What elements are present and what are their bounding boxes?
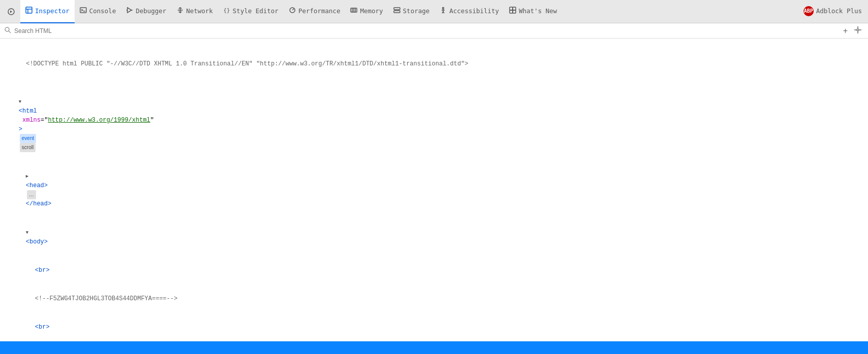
tab-storage[interactable]: Storage	[388, 0, 435, 23]
tab-whatsnew-label: What's New	[519, 7, 557, 15]
svg-line-30	[9, 31, 11, 33]
tab-network[interactable]: Network	[172, 0, 218, 23]
search-actions: +	[841, 25, 864, 37]
debugger-icon	[126, 7, 133, 15]
svg-line-13	[292, 9, 294, 10]
search-icon	[4, 26, 11, 35]
tab-adblock-label: Adblock Plus	[816, 7, 862, 15]
storage-icon	[393, 7, 400, 15]
svg-point-29	[5, 27, 9, 31]
tab-inspector-label: Inspector	[35, 7, 70, 15]
toolbar: Inspector Console Debugger	[0, 0, 868, 23]
svg-text:{}: {}	[223, 7, 230, 14]
whatsnew-icon	[509, 7, 516, 15]
html-line-body-open[interactable]: <body>	[0, 218, 868, 256]
doctype-text: <!DOCTYPE html PUBLIC "-//W3C//DTD XHTML…	[4, 60, 469, 77]
network-icon	[177, 7, 184, 15]
svg-marker-6	[127, 8, 131, 13]
html-panel: <!DOCTYPE html PUBLIC "-//W3C//DTD XHTML…	[0, 39, 868, 354]
tab-inspector[interactable]: Inspector	[20, 0, 75, 23]
head-expand-arrow[interactable]	[26, 172, 32, 181]
performance-icon	[289, 7, 296, 15]
inspector-icon	[25, 7, 32, 15]
svg-rect-27	[510, 10, 513, 13]
console-icon	[80, 7, 87, 15]
tab-storage-label: Storage	[403, 7, 430, 15]
tab-network-label: Network	[186, 7, 213, 15]
accessibility-icon	[440, 7, 447, 15]
tab-performance-label: Performance	[298, 7, 341, 15]
tab-style-editor[interactable]: {} Style Editor	[218, 0, 283, 23]
html-line-html-open[interactable]: <html xmlns="http://www.w3.org/1999/xhtm…	[0, 87, 868, 162]
svg-point-31	[857, 29, 859, 31]
adblock-icon: ABP	[804, 6, 814, 16]
html-expand-arrow[interactable]	[19, 97, 25, 107]
scroll-badge[interactable]: scroll	[20, 143, 36, 152]
html-line-center[interactable]: <center> … </center>	[0, 341, 868, 354]
add-node-button[interactable]: +	[841, 25, 850, 37]
tab-memory-label: Memory	[360, 7, 383, 15]
html-line-head[interactable]: <head> … </head>	[0, 162, 868, 218]
event-badge[interactable]: event	[20, 134, 36, 143]
tab-whatsnew[interactable]: What's New	[504, 0, 562, 23]
body-expand-arrow[interactable]	[26, 228, 32, 237]
devtools-menu-button[interactable]	[2, 3, 20, 21]
html-line-br1[interactable]: <br>	[0, 256, 868, 285]
tab-console-label: Console	[89, 7, 116, 15]
style-editor-icon: {}	[223, 7, 230, 15]
svg-line-24	[443, 12, 444, 13]
tab-console[interactable]: Console	[75, 0, 121, 23]
html-line-doctype[interactable]: <!DOCTYPE html PUBLIC "-//W3C//DTD XHTML…	[0, 41, 868, 87]
svg-rect-28	[513, 10, 516, 13]
head-badge[interactable]: …	[27, 190, 36, 199]
html-line-br2[interactable]: <br>	[0, 313, 868, 341]
svg-rect-25	[510, 7, 513, 10]
tab-debugger-label: Debugger	[136, 7, 166, 15]
memory-icon	[350, 7, 357, 15]
tab-debugger[interactable]: Debugger	[121, 0, 171, 23]
search-input[interactable]	[14, 27, 838, 34]
center-expand-arrow[interactable]	[35, 351, 41, 354]
svg-point-20	[443, 8, 444, 9]
html-line-comment[interactable]: <!--F5ZWG4TJOB2HGL3TOB4S44DDMFYA====-->	[0, 285, 868, 313]
tab-memory[interactable]: Memory	[345, 0, 388, 23]
svg-rect-18	[394, 8, 400, 10]
tab-accessibility[interactable]: Accessibility	[435, 0, 504, 23]
svg-rect-1	[26, 7, 32, 13]
search-bar: +	[0, 23, 868, 39]
tab-performance[interactable]: Performance	[284, 0, 346, 23]
svg-rect-26	[513, 7, 516, 10]
pick-element-button[interactable]	[852, 25, 864, 37]
tab-style-editor-label: Style Editor	[232, 7, 278, 15]
tab-adblock[interactable]: ABP Adblock Plus	[799, 0, 866, 23]
tab-accessibility-label: Accessibility	[449, 7, 499, 15]
svg-rect-19	[394, 11, 400, 13]
